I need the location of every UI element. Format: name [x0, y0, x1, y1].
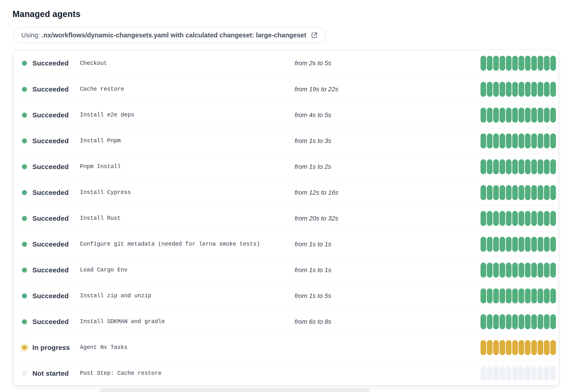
progress-segment [480, 288, 486, 303]
agent-step-row[interactable]: Succeeded Install zip and unzip from 1s … [13, 283, 559, 309]
status-dot [22, 113, 27, 118]
agent-step-row[interactable]: Succeeded Install e2e deps from 4s to 5s [13, 102, 559, 128]
status-dot [22, 190, 27, 195]
progress-segment [500, 288, 505, 303]
progress-segment [525, 211, 531, 226]
progress-segment [493, 159, 499, 174]
time-range: from 1s to 3s [295, 137, 480, 145]
agent-step-row[interactable]: Succeeded Checkout from 2s to 5s [13, 50, 559, 76]
managed-agents-page: Managed agents Using: .nx/workflows/dyna… [0, 0, 572, 392]
progress-segment [500, 237, 505, 252]
status-label: Not started [32, 370, 69, 377]
status-dot [22, 294, 27, 298]
progress-segment [544, 340, 550, 355]
progress-segment [544, 211, 550, 226]
progress-segment [493, 366, 499, 381]
progress-segment [487, 159, 493, 174]
step-name: Load Cargo Env [80, 267, 295, 273]
progress-segment [550, 340, 556, 355]
agent-step-row[interactable]: Not started Post Step: Cache restore [13, 360, 559, 386]
agent-step-row[interactable]: In progress Agent Nx Tasks [13, 334, 559, 360]
progress-bar [480, 82, 556, 97]
step-name: Install Cypress [80, 189, 295, 196]
status-label: Succeeded [32, 85, 69, 93]
status-cell: Not started [22, 370, 80, 377]
progress-segment [544, 185, 550, 200]
progress-segment [525, 340, 531, 355]
progress-segment [487, 108, 493, 123]
progress-segment [544, 263, 550, 278]
status-cell: Succeeded [22, 214, 80, 222]
status-cell: In progress [22, 344, 80, 351]
progress-segment [550, 314, 556, 329]
status-label: Succeeded [32, 189, 69, 196]
agent-step-row[interactable]: Succeeded Load Cargo Env from 1s to 1s [13, 257, 559, 283]
progress-segment [487, 288, 493, 303]
progress-segment [519, 159, 524, 174]
progress-segment [512, 366, 518, 381]
progress-segment [550, 211, 556, 226]
progress-segment [525, 263, 531, 278]
agent-step-row[interactable]: Succeeded Pnpm Install from 1s to 2s [13, 154, 559, 180]
progress-bar [480, 263, 556, 278]
external-link-icon[interactable] [310, 31, 318, 39]
progress-segment [538, 237, 543, 252]
progress-bar [480, 185, 556, 200]
progress-segment [480, 185, 486, 200]
workflow-banner[interactable]: Using: .nx/workflows/dynamic-changesets.… [13, 27, 326, 43]
progress-segment [550, 366, 556, 381]
progress-segment [525, 108, 531, 123]
status-label: Succeeded [32, 163, 69, 171]
progress-segment [480, 56, 486, 71]
progress-segment [538, 56, 543, 71]
progress-segment [512, 288, 518, 303]
status-cell: Succeeded [22, 163, 80, 171]
progress-segment [550, 185, 556, 200]
progress-segment [506, 340, 511, 355]
status-dot [22, 371, 27, 376]
progress-bar [480, 314, 556, 329]
agent-step-row[interactable]: Succeeded Install Pnpm from 1s to 3s [13, 128, 559, 154]
progress-segment [550, 263, 556, 278]
progress-segment [550, 82, 556, 97]
progress-segment [480, 340, 486, 355]
progress-segment [544, 288, 550, 303]
progress-segment [487, 237, 493, 252]
step-name: Checkout [80, 60, 295, 67]
progress-segment [538, 314, 543, 329]
progress-segment [538, 263, 543, 278]
status-label: Succeeded [32, 137, 69, 145]
status-label: Succeeded [32, 266, 69, 274]
progress-bar [480, 133, 556, 148]
managed-agents-list: Succeeded Checkout from 2s to 5s Succeed… [13, 50, 559, 386]
progress-segment [512, 237, 518, 252]
step-name: Agent Nx Tasks [80, 344, 295, 351]
progress-segment [550, 108, 556, 123]
page-title: Managed agents [13, 9, 81, 19]
workflow-banner-detail: .nx/workflows/dynamic-changesets.yaml wi… [42, 32, 306, 39]
progress-segment [493, 133, 499, 148]
progress-segment [487, 340, 493, 355]
agent-step-row[interactable]: Succeeded Install Rust from 20s to 32s [13, 205, 559, 231]
agent-step-row[interactable]: Succeeded Install Cypress from 12s to 16… [13, 180, 559, 205]
time-range: from 1s to 2s [295, 163, 480, 170]
step-name: Install e2e deps [80, 112, 295, 118]
progress-segment [506, 82, 511, 97]
progress-segment [531, 133, 537, 148]
agent-step-row[interactable]: Succeeded Install SDKMAN and gradle from… [13, 309, 559, 334]
progress-segment [506, 133, 511, 148]
status-cell: Succeeded [22, 240, 80, 248]
time-range: from 6s to 8s [295, 318, 480, 325]
status-dot [22, 242, 27, 247]
progress-segment [531, 366, 537, 381]
progress-segment [500, 133, 505, 148]
progress-segment [519, 56, 524, 71]
agent-step-row[interactable]: Succeeded Cache restore from 19s to 22s [13, 76, 559, 102]
progress-segment [538, 133, 543, 148]
agent-step-row[interactable]: Succeeded Configure git metadata (needed… [13, 231, 559, 257]
progress-segment [544, 82, 550, 97]
status-cell: Succeeded [22, 292, 80, 300]
progress-segment [493, 288, 499, 303]
progress-segment [550, 56, 556, 71]
progress-segment [525, 159, 531, 174]
